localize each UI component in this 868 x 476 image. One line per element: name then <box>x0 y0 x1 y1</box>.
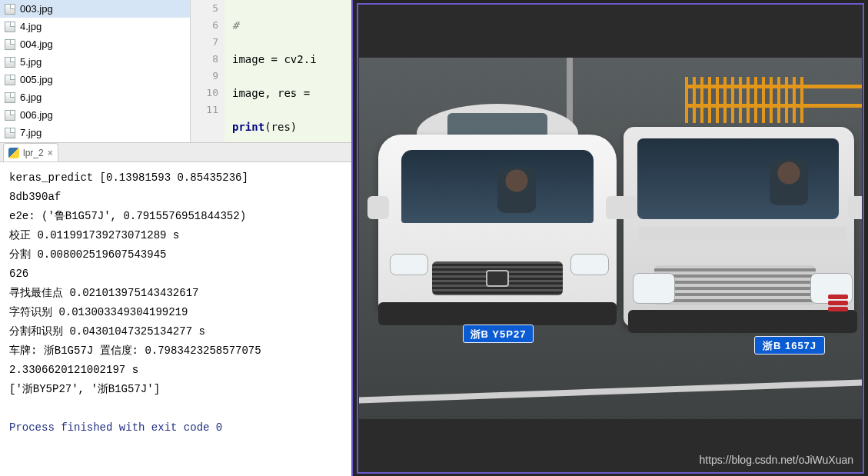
line-number: 5 <box>191 0 218 17</box>
image-file-icon <box>5 4 15 15</box>
image-canvas[interactable]: 浙B Y5P27 浙B 1657J <box>358 5 863 472</box>
run-tab-label: lpr_2 <box>23 148 44 158</box>
python-icon <box>8 148 19 158</box>
file-item[interactable]: 7.jpg <box>0 124 190 141</box>
traffic-scene: 浙B Y5P27 浙B 1657J <box>359 58 862 419</box>
project-files-panel: 003.jpg 4.jpg 004.jpg 5.jpg 005.jpg 6.jp… <box>0 0 190 142</box>
file-item[interactable]: 6.jpg <box>0 88 190 106</box>
license-plate-right: 浙B 1657J <box>754 336 825 355</box>
license-plate-left: 浙B Y5P27 <box>463 325 534 343</box>
console-line: 寻找最佳点 0.021013975143432617 <box>9 287 198 299</box>
console-line: ['浙BY5P27', '浙B1G57J'] <box>9 383 160 395</box>
console-line: 字符识别 0.013003349304199219 <box>9 306 188 318</box>
top-split: 003.jpg 4.jpg 004.jpg 5.jpg 005.jpg 6.jp… <box>0 0 351 142</box>
console-line: 校正 0.011991739273071289 s <box>9 229 179 241</box>
file-item[interactable]: 004.jpg <box>0 35 190 53</box>
image-viewer-pane: 浙B Y5P27 浙B 1657J <box>353 0 868 476</box>
watermark-text: https://blog.csdn.net/oJiWuXuan <box>699 454 853 466</box>
left-column: 003.jpg 4.jpg 004.jpg 5.jpg 005.jpg 6.jp… <box>0 0 353 476</box>
file-name: 004.jpg <box>20 38 53 50</box>
image-file-icon <box>5 22 15 32</box>
lane-marking <box>359 379 862 403</box>
file-item[interactable]: 5.jpg <box>0 53 190 71</box>
wuling-logo-icon <box>828 291 850 313</box>
file-name: 003.jpg <box>20 3 53 15</box>
app-root: 003.jpg 4.jpg 004.jpg 5.jpg 005.jpg 6.jp… <box>0 0 868 476</box>
run-tab-bar: lpr_2 × <box>0 142 351 162</box>
file-item[interactable]: 006.jpg <box>0 106 190 124</box>
file-name: 7.jpg <box>20 127 42 138</box>
vehicle-suv-white: 浙B Y5P27 <box>363 96 632 350</box>
console-line: 2.3306620121002197 s <box>9 364 138 376</box>
image-file-icon <box>5 110 15 121</box>
console-line: 分割 0.008002519607543945 <box>9 248 166 261</box>
console-line: keras_predict [0.13981593 0.85435236] <box>9 171 248 184</box>
file-list: 003.jpg 4.jpg 004.jpg 5.jpg 005.jpg 6.jp… <box>0 0 190 142</box>
file-item[interactable]: 005.jpg <box>0 71 190 88</box>
file-name: 006.jpg <box>20 109 53 121</box>
image-file-icon <box>5 128 15 138</box>
run-console[interactable]: keras_predict [0.13981593 0.85435236] 8d… <box>0 162 351 476</box>
close-icon[interactable]: × <box>48 148 53 158</box>
console-line: 8db390af <box>9 191 61 203</box>
file-name: 005.jpg <box>20 74 53 85</box>
image-file-icon <box>5 39 15 50</box>
file-name: 6.jpg <box>20 92 42 103</box>
line-number: 6 <box>191 17 218 34</box>
console-line: 626 <box>9 268 28 280</box>
image-file-icon <box>5 92 15 103</box>
image-viewer-frame: 浙B Y5P27 浙B 1657J <box>357 3 864 474</box>
line-number: 8 <box>191 51 218 68</box>
console-line: 车牌: 浙B1G57J 置信度: 0.7983423258577075 <box>9 345 261 357</box>
line-number-gutter: 5 6 7 8 9 10 11 <box>191 0 224 142</box>
line-number: 11 <box>191 102 218 118</box>
line-number: 9 <box>191 68 218 85</box>
vehicle-van-silver: 浙B 1657J <box>616 112 862 358</box>
image-file-icon <box>5 75 15 85</box>
line-number: 7 <box>191 34 218 51</box>
run-tab[interactable]: lpr_2 × <box>3 143 58 161</box>
file-item[interactable]: 003.jpg <box>0 0 190 18</box>
geely-emblem-icon <box>486 270 509 287</box>
console-line: 分割和识别 0.04301047325134277 s <box>9 325 205 338</box>
image-file-icon <box>5 57 15 68</box>
console-exit-line: Process finished with exit code 0 <box>9 421 222 434</box>
code-body[interactable]: # image = cv2.i image, res = print(res) … <box>224 0 351 142</box>
code-editor[interactable]: 5 6 7 8 9 10 11 # image = cv2.i image, r… <box>190 0 351 142</box>
console-line: e2e: ('鲁B1G57J', 0.7915576951844352) <box>9 210 246 222</box>
file-name: 4.jpg <box>20 21 42 32</box>
line-number: 10 <box>191 85 218 102</box>
file-name: 5.jpg <box>20 56 42 68</box>
file-item[interactable]: 4.jpg <box>0 18 190 35</box>
